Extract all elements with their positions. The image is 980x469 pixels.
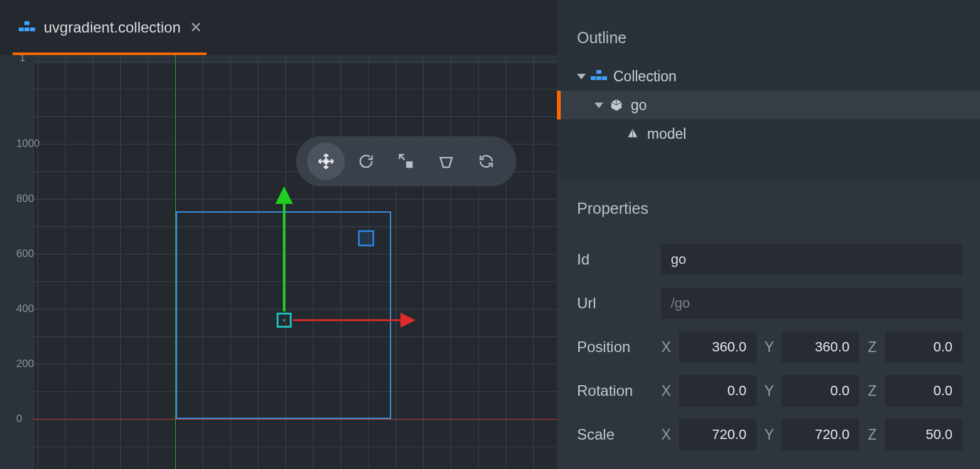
- scene-toolbar: [296, 136, 516, 186]
- viewport[interactable]: 0 200 400 600 800 1000 1: [0, 55, 557, 469]
- chevron-down-icon: [577, 74, 586, 79]
- svg-rect-8: [596, 76, 601, 80]
- scale-tool-button[interactable]: [387, 143, 425, 180]
- svg-rect-0: [24, 21, 29, 25]
- axis-y-label: Y: [760, 426, 778, 443]
- id-input[interactable]: [661, 244, 962, 275]
- rotation-label: Rotation: [577, 382, 653, 400]
- url-input[interactable]: [661, 288, 962, 319]
- axis-x-label: X: [657, 339, 675, 356]
- scale-x-input[interactable]: [679, 419, 757, 450]
- properties-title: Properties: [557, 179, 980, 233]
- outline-item-collection[interactable]: Collection: [557, 62, 980, 91]
- axis-x-label: X: [657, 383, 675, 400]
- outline-title: Outline: [557, 0, 980, 62]
- ruler-tick-0: 0: [16, 413, 22, 425]
- axis-x-label: X: [657, 426, 675, 443]
- svg-rect-9: [602, 76, 607, 80]
- chevron-down-icon: [595, 103, 603, 108]
- outline-item-go[interactable]: go: [557, 91, 980, 119]
- outline-item-label: model: [647, 126, 687, 143]
- ruler-tick-200: 200: [16, 358, 34, 370]
- editor-pane: uvgradient.collection ✕ 0 200 400 600 80…: [0, 0, 557, 469]
- rotation-z-input[interactable]: [885, 375, 962, 406]
- move-tool-button[interactable]: [307, 143, 345, 180]
- position-x-input[interactable]: [679, 331, 757, 363]
- rotation-y-input[interactable]: [782, 375, 859, 406]
- outline-item-label: go: [631, 97, 647, 114]
- axis-z-label: Z: [863, 383, 881, 400]
- axis-x-line: [34, 419, 557, 420]
- rotation-x-input[interactable]: [679, 375, 757, 406]
- url-label: Url: [577, 295, 657, 312]
- axis-y-label: Y: [760, 383, 778, 400]
- svg-rect-7: [591, 76, 596, 80]
- axis-z-label: Z: [863, 339, 881, 356]
- outline-item-label: Collection: [613, 68, 676, 85]
- axis-y-label: Y: [760, 339, 778, 356]
- model-icon: [625, 127, 641, 141]
- perspective-tool-button[interactable]: [427, 143, 465, 180]
- position-label: Position: [577, 338, 653, 356]
- ruler-tick-800: 800: [16, 193, 34, 205]
- outline-tree: Collection go: [557, 62, 980, 154]
- scale-y-input[interactable]: [782, 419, 859, 450]
- ruler-vertical: 0 200 400 600 800 1000: [0, 55, 34, 469]
- id-label: Id: [577, 251, 657, 268]
- properties-panel: Properties Id Url Position X Y Z: [557, 179, 980, 469]
- svg-rect-6: [596, 70, 601, 74]
- axis-z-label: Z: [863, 426, 881, 443]
- tab-bar: uvgradient.collection ✕: [0, 0, 557, 55]
- svg-rect-1: [19, 28, 24, 31]
- scale-z-input[interactable]: [885, 419, 962, 450]
- position-z-input[interactable]: [885, 331, 962, 363]
- editor-tab[interactable]: uvgradient.collection ✕: [13, 15, 208, 40]
- origin-handle[interactable]: [277, 313, 292, 328]
- outline-item-model[interactable]: model: [557, 119, 980, 148]
- tab-filename: uvgradient.collection: [44, 19, 181, 36]
- svg-rect-2: [24, 28, 29, 31]
- position-y-input[interactable]: [782, 331, 859, 363]
- scale-label: Scale: [577, 426, 653, 443]
- svg-rect-4: [325, 160, 328, 163]
- svg-rect-5: [406, 161, 413, 168]
- gameobject-icon: [608, 98, 625, 112]
- ruler-tick-600: 600: [16, 248, 34, 260]
- ruler-tick-400: 400: [16, 303, 34, 315]
- scene-grid: [34, 55, 557, 469]
- rotate-tool-button[interactable]: [347, 143, 385, 180]
- side-panel: Outline Collection: [557, 0, 980, 469]
- collection-icon: [591, 70, 607, 83]
- collection-icon: [19, 21, 35, 34]
- ruler-top-tick-1: 1: [20, 55, 26, 64]
- sync-tool-button[interactable]: [467, 143, 505, 180]
- svg-rect-3: [30, 28, 35, 31]
- blue-handle[interactable]: [358, 230, 374, 246]
- close-icon[interactable]: ✕: [190, 19, 202, 36]
